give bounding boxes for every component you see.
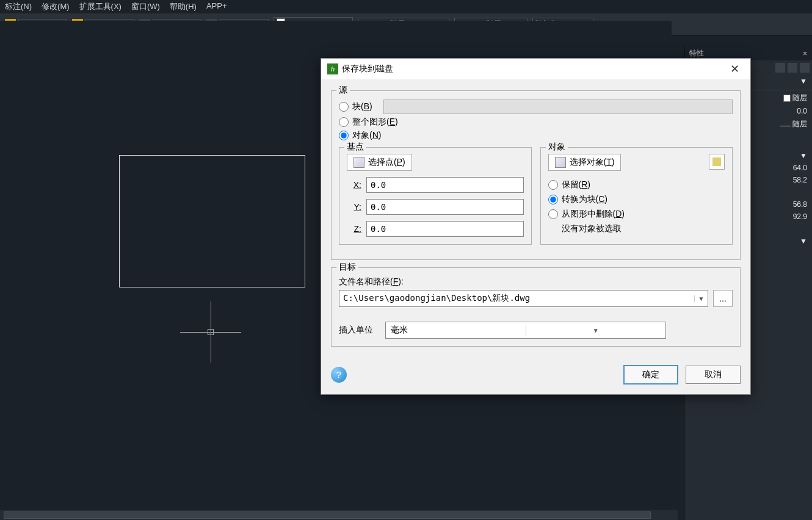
pick-point-icon — [353, 157, 364, 168]
basepoint-legend: 基点 — [344, 142, 366, 153]
quick-select-button[interactable] — [709, 154, 725, 170]
target-fieldset: 目标 文件名和路径(F): ▼ ... 插入单位 毫米 ▼ — [331, 267, 741, 347]
delete-radio[interactable] — [548, 209, 558, 219]
save-block-dialog: h 保存块到磁盘 ✕ 源 块(B) 整个图形(E) 对象(N) — [321, 58, 751, 395]
y-input[interactable] — [366, 199, 524, 215]
rectangle-shape[interactable] — [119, 155, 305, 287]
z-label: Z: — [347, 224, 361, 234]
dialog-title: 保存块到磁盘 — [342, 63, 393, 74]
app-icon: h — [327, 63, 338, 74]
horizontal-scrollbar[interactable] — [0, 510, 678, 520]
source-entire-radio[interactable] — [339, 117, 349, 127]
menu-window[interactable]: 窗口(W) — [131, 1, 160, 12]
pickset-icon[interactable] — [800, 63, 810, 73]
cancel-button[interactable]: 取消 — [686, 366, 741, 384]
path-label: 文件名和路径(F): — [339, 276, 733, 287]
source-objects-label[interactable]: 对象(N) — [352, 130, 381, 141]
properties-title: 特性 — [689, 48, 704, 59]
z-input[interactable] — [366, 221, 524, 237]
convert-label[interactable]: 转换为块(C) — [562, 194, 607, 205]
select-objects-icon[interactable] — [788, 63, 797, 73]
menu-annotate[interactable]: 标注(N) — [5, 1, 32, 12]
source-block-label[interactable]: 块(B) — [352, 101, 372, 112]
unit-value: 毫米 — [386, 322, 526, 338]
convert-radio[interactable] — [548, 195, 558, 204]
path-dropdown-arrow[interactable]: ▼ — [694, 295, 708, 302]
menu-tools[interactable]: 扩展工具(X) — [79, 1, 121, 12]
help-button[interactable]: ? — [331, 367, 347, 383]
source-objects-radio[interactable] — [339, 131, 349, 140]
source-legend: 源 — [336, 85, 350, 96]
menu-app-plus[interactable]: APP+ — [206, 1, 227, 12]
source-fieldset: 源 块(B) 整个图形(E) 对象(N) 基点 选择 — [331, 90, 741, 260]
retain-radio[interactable] — [548, 180, 558, 190]
source-entire-label[interactable]: 整个图形(E) — [352, 117, 398, 128]
basepoint-fieldset: 基点 选择点(P) X: Y: Z: — [339, 147, 532, 245]
menu-help[interactable]: 帮助(H) — [170, 1, 197, 12]
unit-label: 插入单位 — [339, 325, 373, 336]
x-input[interactable] — [366, 177, 524, 193]
y-label: Y: — [347, 202, 361, 212]
unit-combo[interactable]: 毫米 ▼ — [385, 322, 666, 339]
ok-button[interactable]: 确定 — [623, 365, 678, 385]
source-block-radio[interactable] — [339, 102, 349, 112]
close-icon[interactable]: ✕ — [725, 62, 744, 76]
path-input[interactable] — [339, 291, 694, 306]
dialog-titlebar[interactable]: h 保存块到磁盘 ✕ — [321, 59, 750, 79]
menubar: 标注(N) 修改(M) 扩展工具(X) 窗口(W) 帮助(H) APP+ — [0, 0, 812, 13]
quick-select-icon[interactable] — [775, 63, 785, 73]
retain-label[interactable]: 保留(R) — [562, 179, 590, 190]
delete-label[interactable]: 从图形中删除(D) — [562, 209, 625, 220]
objects-legend: 对象 — [546, 142, 568, 153]
unit-dropdown-arrow[interactable]: ▼ — [526, 325, 666, 336]
menu-modify[interactable]: 修改(M) — [42, 1, 70, 12]
pick-point-button[interactable]: 选择点(P) — [347, 154, 412, 171]
target-legend: 目标 — [336, 262, 358, 273]
block-name-combo — [383, 99, 733, 114]
select-objects-button[interactable]: 选择对象(T) — [548, 154, 622, 171]
objects-fieldset: 对象 选择对象(T) 保留(R) — [540, 147, 733, 245]
quick-select-icon-dlg — [712, 157, 721, 166]
properties-close-icon[interactable]: × — [803, 49, 807, 58]
browse-button[interactable]: ... — [713, 290, 733, 307]
select-objects-icon — [555, 157, 566, 168]
no-objects-label: 没有对象被选取 — [562, 223, 725, 234]
x-label: X: — [347, 180, 361, 190]
